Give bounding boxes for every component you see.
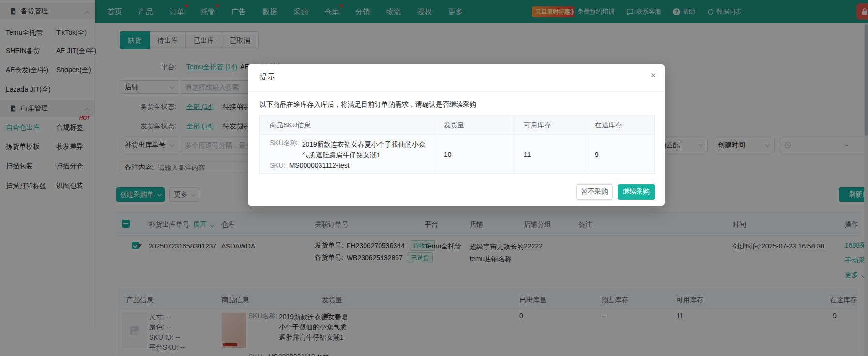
col-ship-qty: 发货量 bbox=[434, 116, 514, 135]
col-transit-stock: 在途库存 bbox=[585, 116, 654, 135]
dialog-table-header: 商品SKU信息 发货量 可用库存 在途库存 bbox=[260, 116, 654, 135]
ship-qty-cell: 10 bbox=[434, 135, 514, 173]
dialog-message: 以下商品在途库存入库后，将满足目前订单的需求，请确认是否继续采购 bbox=[259, 100, 476, 109]
sku-cell: SKU名称: 2019新款连衣裙女春夏小个子很仙的小众气质遮肚露肩牛仔裙女潮1 … bbox=[260, 135, 434, 173]
dialog-table-row: SKU名称: 2019新款连衣裙女春夏小个子很仙的小众气质遮肚露肩牛仔裙女潮1 … bbox=[260, 135, 654, 173]
close-icon[interactable]: × bbox=[650, 70, 656, 80]
sku-code-value: MS0000031112-test bbox=[289, 161, 350, 169]
dialog-divider bbox=[248, 91, 665, 92]
cancel-purchase-button[interactable]: 暂不采购 bbox=[576, 184, 613, 200]
sku-name-value: 2019新款连衣裙女春夏小个子很仙的小众气质遮肚露肩牛仔裙女潮1 bbox=[302, 139, 429, 160]
dialog-table: 商品SKU信息 发货量 可用库存 在途库存 SKU名称: 2019新款连衣裙女春… bbox=[259, 115, 655, 174]
dialog-title: 提示 bbox=[259, 72, 275, 82]
col-sku-info: 商品SKU信息 bbox=[260, 116, 434, 135]
transit-stock-cell: 9 bbox=[585, 135, 654, 173]
col-available-stock: 可用库存 bbox=[514, 116, 585, 135]
available-stock-cell: 11 bbox=[514, 135, 585, 173]
continue-purchase-button[interactable]: 继续采购 bbox=[618, 184, 655, 200]
confirm-dialog: 提示 × 以下商品在途库存入库后，将满足目前订单的需求，请确认是否继续采购 商品… bbox=[248, 64, 665, 206]
dialog-buttons: 暂不采购 继续采购 bbox=[576, 184, 655, 200]
sku-name-label: SKU名称: bbox=[270, 139, 299, 160]
sku-code-label: SKU: bbox=[270, 161, 286, 169]
